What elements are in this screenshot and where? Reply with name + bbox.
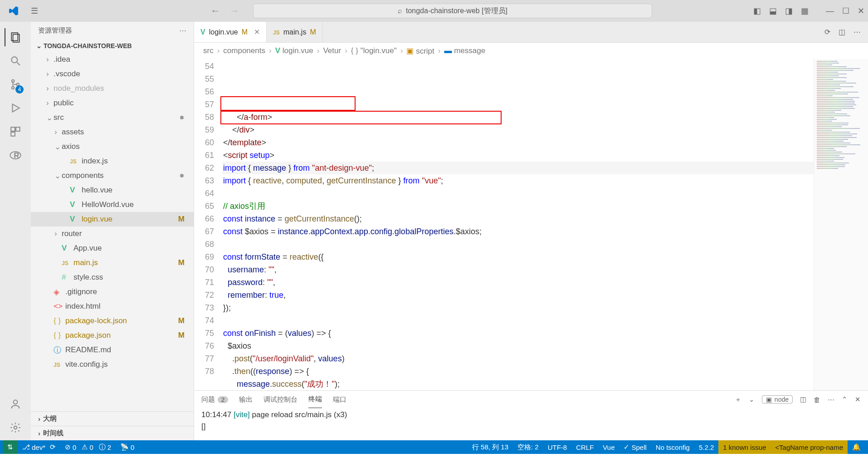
code-line-58[interactable]: import { message } from "ant-design-vue"…	[222, 162, 814, 174]
git-branch[interactable]: ⎇dev*⟳	[18, 440, 60, 454]
file-vite.config.js[interactable]: JSvite.config.js	[31, 357, 194, 372]
panel-more-icon[interactable]: ⋯	[828, 395, 834, 404]
toggle-secondary-sidebar-icon[interactable]: ◨	[785, 6, 793, 16]
tab-main.js[interactable]: JSmain.jsM	[267, 22, 323, 42]
terminal-dropdown-icon[interactable]: ⌄	[749, 395, 755, 404]
new-terminal-icon[interactable]: ＋	[735, 395, 741, 404]
folder-router[interactable]: ›router	[31, 227, 194, 241]
language-mode[interactable]: Vue	[598, 440, 619, 454]
breadcrumb-item[interactable]: ▣ script	[406, 46, 434, 56]
r-extension-icon[interactable]: R	[5, 144, 26, 166]
code-line-59[interactable]: import { reactive, computed, getCurrentI…	[222, 174, 814, 187]
known-issue[interactable]: 1 known issue	[718, 440, 770, 454]
code-line-62[interactable]: const instance = getCurrentInstance();	[222, 212, 814, 225]
minimize-icon[interactable]: —	[826, 6, 834, 16]
code-line-57[interactable]: <script setup>	[222, 149, 814, 162]
ports-status[interactable]: 📡0	[116, 440, 139, 454]
code-content[interactable]: </a-form> </div></template><script setup…	[222, 59, 814, 390]
run-debug-icon[interactable]	[5, 97, 26, 119]
command-center[interactable]: ⌕ tongda-chainstore-web [管理员]	[253, 4, 652, 18]
kill-terminal-icon[interactable]: 🗑	[814, 396, 820, 404]
breadcrumb-item[interactable]: V login.vue	[275, 46, 313, 55]
extensions-icon[interactable]	[5, 121, 26, 143]
code-line-54[interactable]: </a-form>	[222, 111, 814, 123]
code-line-75[interactable]: message.success("成功！");	[222, 378, 814, 390]
breadcrumb-item[interactable]: Vetur	[323, 46, 341, 55]
file-.gitignore[interactable]: ◈.gitignore	[31, 285, 194, 299]
file-index.html[interactable]: <>index.html	[31, 299, 194, 314]
eol[interactable]: CRLF	[571, 440, 598, 454]
file-README.md[interactable]: ⓘREADME.md	[31, 343, 194, 357]
folder-src[interactable]: ⌄src	[31, 110, 194, 125]
toggle-primary-sidebar-icon[interactable]: ◧	[753, 6, 761, 16]
panel-tab-debug[interactable]: 调试控制台	[263, 391, 297, 408]
breadcrumb-item[interactable]: ▬ message	[444, 46, 485, 55]
close-window-icon[interactable]: ✕	[858, 6, 864, 16]
folder-components[interactable]: ⌄components	[31, 168, 194, 183]
code-line-56[interactable]: </template>	[222, 136, 814, 149]
code-line-69[interactable]: });	[222, 301, 814, 314]
file-App.vue[interactable]: VApp.vue	[31, 241, 194, 256]
folder-axios[interactable]: ⌄axios	[31, 139, 194, 154]
code-line-67[interactable]: password: "",	[222, 276, 814, 289]
account-icon[interactable]	[5, 393, 26, 415]
code-line-63[interactable]: const $axios = instance.appContext.app.c…	[222, 225, 814, 238]
file-hello.vue[interactable]: Vhello.vue	[31, 183, 194, 197]
folder-.vscode[interactable]: ›.vscode	[31, 67, 194, 81]
terminal-output[interactable]: 10:14:47 [vite] page reload src/main.js …	[194, 408, 868, 440]
spell-check[interactable]: ✓Spell	[619, 440, 651, 454]
code-line-66[interactable]: username: "",	[222, 263, 814, 276]
tagname-hint[interactable]: <TagName prop-name	[770, 440, 848, 454]
maximize-panel-icon[interactable]: ⌃	[842, 395, 848, 404]
problems-status[interactable]: ⊘0⚠0ⓘ2	[60, 440, 116, 454]
source-control-icon[interactable]: 4	[5, 74, 26, 95]
code-line-72[interactable]: $axios	[222, 340, 814, 352]
encoding[interactable]: UTF-8	[543, 440, 572, 454]
notifications-icon[interactable]: 🔔	[848, 440, 865, 454]
hamburger-menu-icon[interactable]: ☰	[31, 6, 38, 16]
panel-tab-problems[interactable]: 问题2	[201, 391, 228, 408]
code-line-68[interactable]: remember: true,	[222, 289, 814, 301]
search-activity-icon[interactable]	[5, 50, 26, 72]
breadcrumb[interactable]: src›components›V login.vue›Vetur›{ } "lo…	[194, 43, 868, 59]
code-line-65[interactable]: const formState = reactive({	[222, 251, 814, 263]
breadcrumb-item[interactable]: src	[203, 46, 214, 55]
folder-node_modules[interactable]: ›node_modules	[31, 81, 194, 96]
terminal-profile[interactable]: ▣node	[762, 395, 793, 404]
project-root[interactable]: ⌄ TONGDA-CHAINSTORE-WEB	[31, 39, 194, 52]
breadcrumb-item[interactable]: components	[223, 46, 265, 55]
code-line-73[interactable]: .post("/user/loginValid", values)	[222, 352, 814, 365]
file-main.js[interactable]: JSmain.jsM	[31, 256, 194, 270]
code-line-55[interactable]: </div>	[222, 123, 814, 136]
panel-tab-terminal[interactable]: 终端	[308, 391, 322, 408]
file-package.json[interactable]: { }package.jsonM	[31, 328, 194, 343]
file-style.css[interactable]: #style.css	[31, 270, 194, 285]
toggle-panel-icon[interactable]: ⬓	[769, 6, 777, 16]
tab-login.vue[interactable]: Vlogin.vueM✕	[194, 22, 267, 42]
file-index.js[interactable]: JSindex.js	[31, 154, 194, 168]
split-editor-icon[interactable]: ◫	[839, 28, 845, 36]
sidebar-more-icon[interactable]: ⋯	[179, 26, 186, 35]
panel-tab-output[interactable]: 输出	[239, 391, 253, 408]
breadcrumb-item[interactable]: { } "login.vue"	[351, 46, 397, 55]
timeline-section[interactable]: ›时间线	[31, 426, 194, 440]
nav-back-icon[interactable]: ←	[210, 5, 220, 17]
settings-gear-icon[interactable]	[5, 417, 26, 438]
split-terminal-icon[interactable]: ◫	[800, 395, 806, 404]
code-line-71[interactable]: const onFinish = (values) => {	[222, 327, 814, 340]
code-line-74[interactable]: .then((response) => {	[222, 365, 814, 378]
vue-version[interactable]: 5.2.2	[694, 440, 718, 454]
close-tab-icon[interactable]: ✕	[254, 28, 260, 36]
more-actions-icon[interactable]: ⋯	[853, 28, 861, 36]
folder-.idea[interactable]: ›.idea	[31, 52, 194, 67]
nav-forward-icon[interactable]: →	[229, 5, 239, 17]
explorer-icon[interactable]	[5, 26, 26, 48]
code-line-70[interactable]	[222, 314, 814, 327]
sync-icon[interactable]: ⟳	[50, 443, 56, 451]
folder-assets[interactable]: ›assets	[31, 125, 194, 139]
remote-indicator[interactable]: ⇅	[3, 440, 18, 454]
close-panel-icon[interactable]: ✕	[855, 395, 861, 404]
customize-layout-icon[interactable]: ▦	[801, 6, 809, 16]
cursor-position[interactable]: 行 58, 列 13	[468, 440, 513, 454]
compare-changes-icon[interactable]: ⟳	[824, 28, 830, 36]
